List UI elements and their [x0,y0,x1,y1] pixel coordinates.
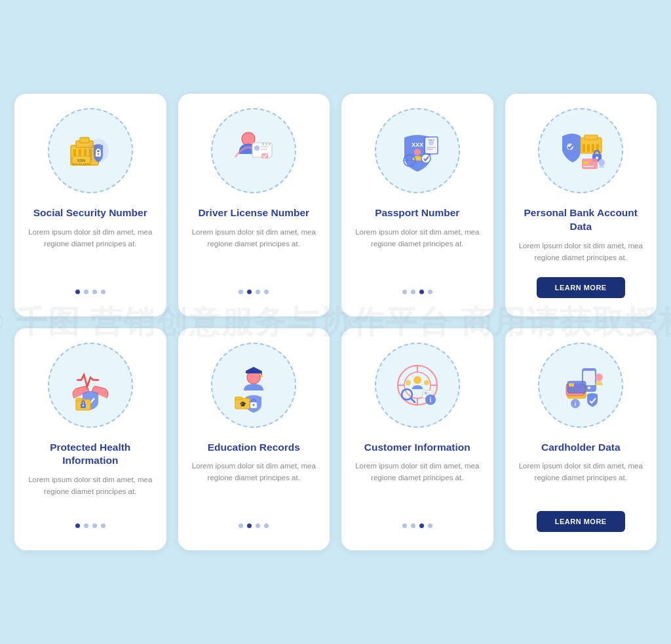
svg-rect-70 [429,392,432,394]
card-ssn: SSN XXX-XX-XXXX Social Security Number L… [14,94,166,316]
dot [411,290,415,294]
card-education-icon-area: 🎓 [178,328,330,434]
bank-account-icon [548,118,613,183]
cardholder-learn-more-button[interactable]: LEARN MORE [537,511,625,532]
dot [239,290,243,294]
svg-rect-43 [583,166,594,167]
dot [428,523,432,528]
passport-icon: XXX PASS [385,118,450,183]
health-body: Lorem ipsum dolor sit dim amet, mea regi… [14,472,166,521]
svg-text:XXX: XXX [412,142,423,148]
ssn-dots [75,290,105,298]
card-customer: i Customer Information Lorem ipsum dolor… [341,328,493,550]
dot [428,290,432,294]
bank-circle [538,108,623,193]
svg-rect-37 [592,144,594,152]
driver-title: Driver License Number [187,200,320,224]
ssn-icon: SSN XXX-XX-XXXX [58,118,123,183]
driver-icon: X X X [221,118,286,183]
education-icon: 🎓 [221,352,286,418]
card-grid: SSN XXX-XX-XXXX Social Security Number L… [14,94,657,550]
health-title: Protected Health Information [14,434,166,472]
svg-rect-2 [80,138,89,143]
dot [402,523,407,528]
svg-point-65 [413,376,421,384]
svg-rect-35 [583,144,585,152]
dot [92,523,97,528]
svg-point-48 [83,404,84,406]
card-education: 🎓 Education Records Lorem ipsum dolor si… [178,328,330,550]
dot [264,523,269,528]
svg-line-75 [411,398,415,402]
dot [92,290,97,294]
card-bank-icon-area [505,94,657,200]
card-driver-icon-area: X X X [178,94,330,200]
svg-text:i: i [575,401,577,407]
card-cardholder: i Cardholder Data Lorem ipsum dolor sit … [505,328,657,550]
dot [264,290,269,294]
svg-point-32 [567,143,573,150]
ssn-title: Social Security Number [23,200,158,224]
cardholder-body: Lorem ipsum dolor sit dim amet, mea regi… [505,458,657,507]
passport-dots [402,290,432,298]
dot [247,523,252,528]
svg-rect-17 [261,149,267,150]
education-body: Lorem ipsum dolor sit dim amet, mea regi… [178,458,330,521]
passport-title: Passport Number [364,200,470,224]
driver-body: Lorem ipsum dolor sit dim amet, mea regi… [178,224,330,287]
svg-point-69 [424,391,427,394]
card-customer-icon-area: i [341,328,493,434]
dot [101,290,105,294]
ssn-body: Lorem ipsum dolor sit dim amet, mea regi… [14,224,166,287]
svg-text:X X X: X X X [262,142,271,146]
svg-rect-34 [585,135,598,140]
dot [101,523,105,528]
svg-point-66 [406,380,411,385]
svg-point-21 [414,149,421,155]
bank-learn-more-button[interactable]: LEARN MORE [537,277,625,298]
dot [419,290,424,294]
svg-rect-26 [427,147,436,148]
dot [402,290,407,294]
card-bank: Personal Bank Account Data Lorem ipsum d… [505,94,657,316]
svg-point-78 [588,387,590,389]
dot [75,290,80,294]
dot [84,523,88,528]
card-health: Protected Health Information Lorem ipsum… [14,328,166,550]
customer-icon: i [385,352,450,418]
svg-text:i: i [429,396,431,404]
svg-rect-81 [567,381,586,393]
education-dots [239,523,269,532]
svg-rect-57 [235,397,242,400]
bank-title: Personal Bank Account Data [505,200,657,238]
education-title: Education Records [197,434,311,459]
svg-text:XXX-XX-XXXX: XXX-XX-XXXX [72,162,90,166]
customer-dots [402,523,432,532]
dot [256,523,260,528]
cardholder-circle: i [538,343,623,428]
svg-point-12 [98,153,99,155]
dot [247,290,252,294]
cardholder-icon: i [548,352,613,418]
svg-point-85 [595,373,603,381]
svg-point-22 [421,154,431,163]
svg-rect-36 [587,144,590,152]
card-passport-icon-area: XXX PASS [341,94,493,200]
card-cardholder-icon-area: i [505,328,657,434]
card-ssn-icon-area: SSN XXX-XX-XXXX [14,94,166,200]
ssn-circle: SSN XXX-XX-XXXX [48,108,133,193]
dot [84,290,88,294]
passport-body: Lorem ipsum dolor sit dim amet, mea regi… [341,224,493,287]
customer-circle: i [375,343,460,428]
dot [419,523,424,528]
cardholder-title: Cardholder Data [531,434,631,459]
dot [256,290,260,294]
passport-circle: XXX PASS [375,108,460,193]
svg-point-55 [253,404,255,406]
driver-dots [239,290,269,298]
svg-text:🎓: 🎓 [239,400,247,408]
health-icon [58,352,123,418]
svg-text:PASS: PASS [428,138,435,142]
dot [239,523,243,528]
svg-point-53 [260,375,263,377]
